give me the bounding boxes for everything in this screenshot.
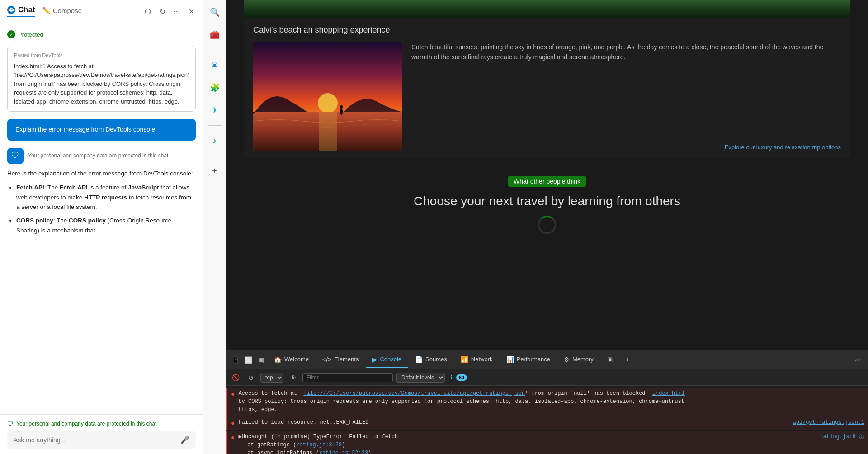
more-options-icon[interactable]: ⋯: [172, 7, 181, 16]
user-message-box: Pasted from DevTools index.html:1 Access…: [7, 46, 196, 112]
beach-text: Catch beautiful sunsets, painting the sk…: [411, 42, 841, 151]
protected-footer-notice: 🛡 Your personal and company data are pro…: [7, 420, 196, 427]
user-message-text: index.html:1 Access to fetch at 'file://…: [14, 63, 189, 105]
search-strip-icon[interactable]: 🔍: [207, 5, 222, 20]
tab-console[interactable]: ▶ Console: [366, 352, 408, 368]
levels-select[interactable]: Default levels: [396, 373, 445, 383]
svg-point-1: [318, 93, 338, 113]
strip-divider-1: [208, 50, 222, 50]
console-error-1: ● Access to fetch at 'file:///C:/Users/p…: [226, 388, 868, 416]
reviews-section: What other people think Choose your next…: [226, 167, 868, 243]
strip-divider-3: [208, 156, 222, 156]
ai-bullet-2: CORS policy: The CORS policy (Cross-Orig…: [16, 216, 196, 235]
error-text-3: ▶Uncaught (in promise) TypeError: Failed…: [238, 433, 816, 454]
spotify-strip-icon[interactable]: ♪: [207, 133, 222, 148]
beach-top-image: [244, 0, 850, 18]
loading-spinner: [538, 216, 556, 234]
rating-js-link-right[interactable]: rating.js:8 ⓘ: [820, 433, 864, 441]
open-in-tab-icon[interactable]: ⬡: [143, 7, 152, 16]
shield-icon: ✓: [7, 30, 15, 38]
api-ratings-link[interactable]: api/get-ratings.json:1: [793, 418, 864, 426]
chat-tab-label: Chat: [18, 5, 35, 14]
index-html-link[interactable]: index.html: [652, 390, 685, 397]
filter-input[interactable]: [302, 373, 393, 382]
info-icon: ℹ: [450, 374, 453, 381]
console-error-3: ● ▶Uncaught (in promise) TypeError: Fail…: [226, 431, 868, 454]
memory-tab-icon: ⚙: [564, 356, 570, 363]
chat-input[interactable]: [14, 436, 180, 444]
tab-performance[interactable]: 📊 Performance: [500, 352, 557, 368]
error-icon-1: ●: [231, 390, 235, 399]
sources-tab-label: Sources: [425, 356, 447, 363]
tab-add[interactable]: +: [620, 352, 636, 367]
protected-badge: ✓ Protected: [7, 30, 196, 38]
clear-console-btn[interactable]: 🚫: [230, 372, 241, 383]
network-tab-label: Network: [471, 356, 493, 363]
devtools-toolbar: 🚫 ⊘ top 👁 Default levels ℹ 50: [226, 369, 868, 386]
tab-more[interactable]: ▣: [601, 352, 619, 367]
devtools-tabs: 📱 ⬜ ▣ 🏠 Welcome </> Elements ▶ Console 📄…: [226, 350, 868, 369]
chat-tab[interactable]: 💬 Chat: [7, 5, 35, 17]
protected-footer-text: Your personal and company data are prote…: [16, 421, 156, 427]
console-error-2: ● Failed to load resource: net::ERR_FAIL…: [226, 416, 868, 430]
ai-response-header: 🛡 Your personal and company data are pro…: [7, 148, 196, 164]
svg-point-5: [340, 105, 343, 108]
devtools-inspect-btn[interactable]: ⬜: [242, 354, 254, 366]
error-icon-2: ●: [231, 419, 235, 428]
tab-network[interactable]: 📶 Network: [454, 352, 499, 368]
ai-response: 🛡 Your personal and company data are pro…: [7, 148, 196, 236]
outlook-strip-icon[interactable]: ✉: [207, 57, 222, 73]
close-icon[interactable]: ✕: [187, 7, 196, 16]
error-count-badge: 50: [456, 374, 467, 381]
chat-tab-icon: 💬: [7, 6, 15, 14]
more-panels-icon: ▣: [607, 356, 613, 363]
beach-explore-link[interactable]: Explore our luxury and relaxation trip o…: [725, 144, 841, 151]
devtools-overflow: >>: [851, 357, 864, 363]
rating-js-link-2[interactable]: rating.js:22:23: [319, 450, 368, 454]
ai-protection-text: Your personal and company data are prote…: [28, 152, 168, 160]
devtools-panel: 📱 ⬜ ▣ 🏠 Welcome </> Elements ▶ Console 📄…: [226, 350, 868, 454]
ai-intro-text: Here is the explanation of the error mes…: [7, 169, 196, 179]
sources-tab-icon: 📄: [415, 356, 423, 363]
shield-footer-icon: 🛡: [7, 420, 14, 427]
error-icon-3: ●: [231, 433, 235, 443]
welcome-tab-icon: 🏠: [274, 356, 282, 363]
cors-fetch-url[interactable]: file:///C:/Users/pabrosse/dev/Demos/trav…: [303, 390, 525, 397]
chat-input-row: 🎤: [7, 431, 196, 449]
elements-tab-label: Elements: [334, 356, 359, 363]
send-strip-icon[interactable]: ✈: [207, 103, 222, 118]
refresh-icon[interactable]: ↻: [158, 7, 167, 16]
compose-tab[interactable]: ✏️ Compose: [42, 7, 82, 16]
tab-elements[interactable]: </> Elements: [316, 352, 365, 368]
add-strip-icon[interactable]: +: [207, 163, 222, 179]
beach-card: Calvi's beach an shopping experience: [244, 18, 850, 158]
beach-sunset-image: [253, 42, 402, 151]
section-badge: What other people think: [508, 176, 586, 187]
tab-welcome[interactable]: 🏠 Welcome: [268, 352, 315, 368]
mic-icon[interactable]: 🎤: [180, 435, 189, 444]
devtools-console: ● Access to fetch at 'file:///C:/Users/p…: [226, 386, 868, 454]
strip-divider-2: [208, 125, 222, 126]
devtools-device-btn[interactable]: 📱: [230, 354, 241, 366]
devtools-layout-btn[interactable]: ▣: [255, 354, 267, 366]
rating-js-link-1[interactable]: rating.js:8:28: [296, 442, 342, 448]
tools-strip-icon[interactable]: 🧰: [207, 27, 222, 43]
eye-icon-btn[interactable]: 👁: [287, 372, 299, 383]
context-select[interactable]: top: [260, 373, 283, 383]
tab-sources[interactable]: 📄 Sources: [409, 352, 453, 368]
ai-response-body: Here is the explanation of the error mes…: [7, 169, 196, 236]
performance-tab-label: Performance: [517, 356, 550, 363]
svg-rect-3: [319, 112, 337, 151]
copilot-strip-icon[interactable]: 🧩: [207, 80, 222, 95]
error-text-1: Access to fetch at 'file:///C:/Users/pab…: [238, 389, 864, 414]
console-tab-icon: ▶: [372, 356, 377, 363]
compose-icon: ✏️: [42, 7, 50, 14]
network-tab-icon: 📶: [461, 356, 468, 363]
tab-memory[interactable]: ⚙ Memory: [557, 352, 600, 368]
ai-avatar-icon: 🛡: [7, 148, 24, 164]
filter-toggle-btn[interactable]: ⊘: [245, 372, 257, 383]
section-title: Choose your next travel by learning from…: [414, 194, 680, 208]
beach-card-title: Calvi's beach an shopping experience: [253, 25, 841, 35]
ai-bullet-1: Fetch API: The Fetch API is a feature of…: [16, 183, 196, 212]
explain-error-button[interactable]: Explain the error message from DevTools …: [7, 119, 196, 141]
